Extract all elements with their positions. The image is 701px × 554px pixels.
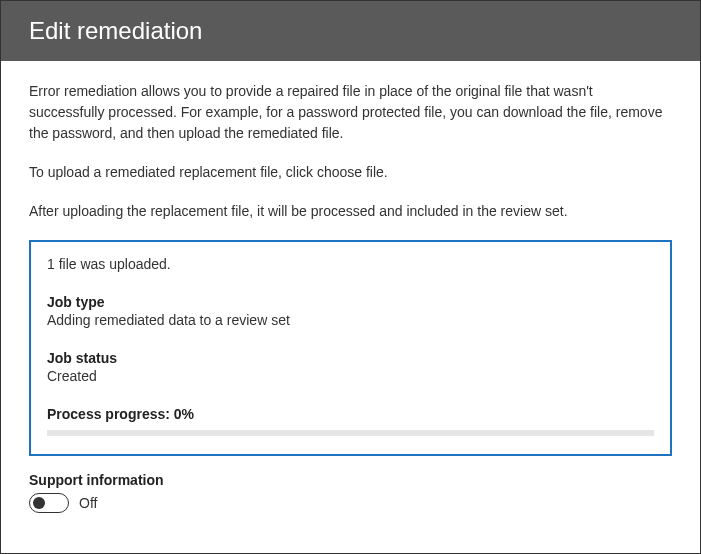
description-para-2: To upload a remediated replacement file,… [29,162,672,183]
toggle-knob [33,497,45,509]
status-box: 1 file was uploaded. Job type Adding rem… [29,240,672,456]
job-status-label: Job status [47,350,654,366]
job-type-label: Job type [47,294,654,310]
support-title: Support information [29,472,672,488]
page-title: Edit remediation [29,17,202,44]
panel-header: Edit remediation [1,1,700,61]
panel-content: Error remediation allows you to provide … [1,61,700,533]
progress-label: Process progress: 0% [47,406,654,422]
support-toggle-label: Off [79,495,97,511]
support-section: Support information Off [29,472,672,513]
progress-bar [47,430,654,436]
support-toggle[interactable] [29,493,69,513]
job-type-value: Adding remediated data to a review set [47,312,654,328]
description-para-1: Error remediation allows you to provide … [29,81,672,144]
upload-status-message: 1 file was uploaded. [47,256,654,272]
support-toggle-row: Off [29,493,672,513]
job-status-value: Created [47,368,654,384]
description-para-3: After uploading the replacement file, it… [29,201,672,222]
